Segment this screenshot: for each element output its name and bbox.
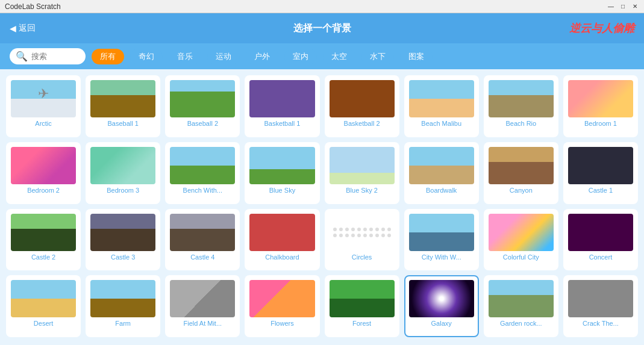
bg-image-castle3: [90, 214, 155, 251]
bg-card-fieldat[interactable]: Field At Mit...: [165, 275, 240, 337]
backgrounds-grid: ArcticBaseball 1Baseball 2Basketball 1Ba…: [0, 69, 644, 343]
bg-card-castle3[interactable]: Castle 3: [86, 209, 160, 271]
bg-card-bluesky[interactable]: Blue Sky: [245, 142, 319, 204]
bg-card-desert[interactable]: Desert: [6, 275, 81, 337]
bg-card-castle1[interactable]: Castle 1: [563, 142, 638, 204]
bg-image-arctic: [11, 80, 76, 117]
filter-sports[interactable]: 运动: [207, 49, 240, 64]
filter-underwater[interactable]: 水下: [361, 49, 394, 64]
bg-image-bluesky: [249, 147, 314, 184]
bg-label-basketball1: Basketball 1: [249, 120, 314, 127]
bg-label-bluesky2: Blue Sky 2: [330, 187, 395, 194]
bg-card-beach-malibu[interactable]: Beach Malibu: [404, 75, 479, 137]
logo: 逆云与人偷雕: [569, 21, 634, 36]
bg-label-circles: Circles: [330, 253, 395, 261]
bg-image-baseball1: [90, 80, 155, 117]
bg-label-crackthe: Crack The...: [568, 320, 633, 327]
bg-card-galaxy[interactable]: Galaxy: [404, 275, 479, 337]
bg-card-castle4[interactable]: Castle 4: [165, 209, 240, 271]
bg-card-basketball2[interactable]: Basketball 2: [325, 75, 399, 137]
bg-card-concert[interactable]: Concert: [563, 209, 638, 271]
bg-label-boardwalk: Boardwalk: [409, 187, 474, 194]
header: ◀ 返回 选择一个背景 逆云与人偷雕: [0, 13, 644, 43]
filter-space[interactable]: 太空: [323, 49, 355, 64]
bg-image-farm: [90, 280, 155, 317]
maximize-button[interactable]: □: [619, 2, 627, 11]
bg-image-gardenrock: [489, 280, 554, 317]
bg-card-canyon[interactable]: Canyon: [484, 142, 558, 204]
bg-image-concert: [568, 214, 633, 251]
bg-card-bench[interactable]: Bench With...: [165, 142, 240, 204]
bg-card-farm[interactable]: Farm: [86, 275, 160, 337]
bg-label-beach-malibu: Beach Malibu: [409, 120, 474, 127]
page-title: 选择一个背景: [293, 22, 351, 35]
bg-card-bedroom3[interactable]: Bedroom 3: [86, 142, 160, 204]
bg-label-castle3: Castle 3: [90, 253, 155, 261]
filter-music[interactable]: 音乐: [169, 49, 201, 64]
bg-card-bedroom1[interactable]: Bedroom 1: [563, 75, 638, 137]
logo-text: 逆云与人偷雕: [569, 22, 634, 34]
bg-label-chalkboard: Chalkboard: [249, 253, 314, 261]
bg-card-bluesky2[interactable]: Blue Sky 2: [325, 142, 399, 204]
bg-image-galaxy: [409, 280, 474, 317]
bg-card-basketball1[interactable]: Basketball 1: [245, 75, 319, 137]
bg-label-bedroom2: Bedroom 2: [11, 187, 76, 194]
bg-card-boardwalk[interactable]: Boardwalk: [404, 142, 479, 204]
bg-label-arctic: Arctic: [11, 120, 76, 127]
bg-card-castle2[interactable]: Castle 2: [6, 209, 81, 271]
bg-card-beach-rio[interactable]: Beach Rio: [484, 75, 558, 137]
back-arrow-icon: ◀: [10, 23, 16, 33]
bg-card-cityw[interactable]: City With W...: [404, 209, 479, 271]
back-button[interactable]: ◀ 返回: [10, 23, 36, 34]
bg-image-cityw: [409, 214, 474, 251]
app-name: CodeLab Scratch: [5, 2, 61, 11]
bg-label-galaxy: Galaxy: [409, 320, 474, 327]
bg-card-bedroom2[interactable]: Bedroom 2: [6, 142, 81, 204]
filter-fantasy[interactable]: 奇幻: [130, 49, 163, 64]
minimize-button[interactable]: —: [607, 2, 615, 11]
title-bar: CodeLab Scratch — □ ✕: [0, 0, 644, 13]
bg-label-fieldat: Field At Mit...: [170, 320, 235, 327]
bg-label-flowers: Flowers: [249, 320, 314, 327]
bg-label-gardenrock: Garden rock...: [489, 320, 554, 327]
bg-image-bedroom3: [90, 147, 155, 184]
bg-image-circles: [330, 214, 395, 251]
bg-label-concert: Concert: [568, 253, 633, 261]
bg-label-bedroom3: Bedroom 3: [90, 187, 155, 194]
bg-card-forest[interactable]: Forest: [325, 275, 399, 337]
bg-label-forest: Forest: [330, 320, 395, 327]
bg-label-colorful: Colorful City: [489, 253, 554, 261]
bg-image-baseball2: [170, 80, 235, 117]
bg-card-circles[interactable]: Circles: [325, 209, 399, 271]
bg-image-boardwalk: [409, 147, 474, 184]
bg-label-castle1: Castle 1: [568, 187, 633, 194]
bg-image-basketball2: [330, 80, 395, 117]
bg-card-baseball1[interactable]: Baseball 1: [86, 75, 160, 137]
bg-image-castle2: [11, 214, 76, 251]
bg-label-basketball2: Basketball 2: [330, 120, 395, 127]
bg-card-crackthe[interactable]: Crack The...: [563, 275, 638, 337]
search-input[interactable]: [31, 52, 80, 61]
bg-card-arctic[interactable]: Arctic: [6, 75, 81, 137]
bg-label-baseball2: Baseball 2: [170, 120, 235, 127]
bg-card-chalkboard[interactable]: Chalkboard: [245, 209, 319, 271]
bg-label-desert: Desert: [11, 320, 76, 327]
close-button[interactable]: ✕: [631, 2, 639, 11]
filter-patterns[interactable]: 图案: [400, 49, 433, 64]
window-controls[interactable]: — □ ✕: [607, 2, 639, 11]
bg-label-castle4: Castle 4: [170, 253, 235, 261]
bg-image-castle4: [170, 214, 235, 251]
bg-card-gardenrock[interactable]: Garden rock...: [484, 275, 558, 337]
filter-all[interactable]: 所有: [92, 49, 124, 64]
bg-card-baseball2[interactable]: Baseball 2: [165, 75, 240, 137]
filter-indoor[interactable]: 室内: [284, 49, 317, 64]
bg-card-colorful[interactable]: Colorful City: [484, 209, 558, 271]
bg-card-flowers[interactable]: Flowers: [245, 275, 319, 337]
bg-label-bench: Bench With...: [170, 187, 235, 194]
filter-outdoor[interactable]: 户外: [246, 49, 278, 64]
bg-image-bedroom1: [568, 80, 633, 117]
bg-label-canyon: Canyon: [489, 187, 554, 194]
filter-bar: 🔍 所有 奇幻 音乐 运动 户外 室内 太空 水下 图案: [0, 43, 644, 69]
bg-image-desert: [11, 280, 76, 317]
bg-image-fieldat: [170, 280, 235, 317]
